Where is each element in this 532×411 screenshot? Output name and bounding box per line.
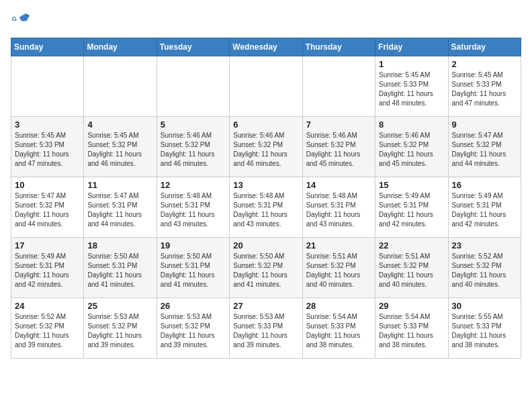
day-info: Sunrise: 5:47 AM Sunset: 5:32 PM Dayligh…: [15, 191, 80, 229]
svg-text:G: G: [11, 15, 17, 22]
day-info: Sunrise: 5:48 AM Sunset: 5:31 PM Dayligh…: [233, 191, 298, 229]
calendar-table: SundayMondayTuesdayWednesdayThursdayFrid…: [11, 38, 521, 359]
calendar-cell: 2Sunrise: 5:45 AM Sunset: 5:33 PM Daylig…: [448, 56, 521, 117]
day-number: 22: [379, 240, 444, 250]
calendar-cell: 1Sunrise: 5:45 AM Sunset: 5:33 PM Daylig…: [375, 56, 448, 117]
day-info: Sunrise: 5:45 AM Sunset: 5:33 PM Dayligh…: [452, 71, 517, 108]
calendar-cell: [230, 56, 302, 117]
calendar-cell: [84, 56, 157, 117]
day-number: 10: [15, 180, 80, 190]
calendar-cell: 3Sunrise: 5:45 AM Sunset: 5:33 PM Daylig…: [11, 117, 84, 177]
calendar-cell: 21Sunrise: 5:51 AM Sunset: 5:32 PM Dayli…: [302, 238, 375, 298]
day-number: 16: [452, 180, 517, 190]
day-info: Sunrise: 5:52 AM Sunset: 5:32 PM Dayligh…: [15, 312, 80, 350]
calendar-cell: 13Sunrise: 5:48 AM Sunset: 5:31 PM Dayli…: [230, 177, 302, 238]
day-info: Sunrise: 5:50 AM Sunset: 5:31 PM Dayligh…: [87, 252, 152, 289]
calendar-cell: 27Sunrise: 5:53 AM Sunset: 5:33 PM Dayli…: [230, 298, 302, 359]
calendar-cell: 20Sunrise: 5:50 AM Sunset: 5:32 PM Dayli…: [230, 238, 302, 298]
day-info: Sunrise: 5:48 AM Sunset: 5:31 PM Dayligh…: [161, 191, 226, 229]
day-number: 27: [233, 301, 298, 311]
day-number: 14: [306, 180, 371, 190]
calendar-cell: 16Sunrise: 5:49 AM Sunset: 5:31 PM Dayli…: [448, 177, 521, 238]
calendar-cell: 7Sunrise: 5:46 AM Sunset: 5:32 PM Daylig…: [302, 117, 375, 177]
weekday-header-monday: Monday: [84, 38, 157, 56]
day-number: 1: [379, 59, 444, 69]
calendar-cell: 25Sunrise: 5:53 AM Sunset: 5:32 PM Dayli…: [84, 298, 157, 359]
calendar-cell: 4Sunrise: 5:45 AM Sunset: 5:32 PM Daylig…: [84, 117, 157, 177]
calendar-cell: 15Sunrise: 5:49 AM Sunset: 5:31 PM Dayli…: [375, 177, 448, 238]
day-number: 9: [452, 120, 517, 130]
calendar-cell: 10Sunrise: 5:47 AM Sunset: 5:32 PM Dayli…: [11, 177, 84, 238]
calendar-cell: [157, 56, 229, 117]
day-info: Sunrise: 5:47 AM Sunset: 5:31 PM Dayligh…: [87, 191, 152, 229]
calendar-cell: 5Sunrise: 5:46 AM Sunset: 5:32 PM Daylig…: [157, 117, 229, 177]
day-info: Sunrise: 5:51 AM Sunset: 5:32 PM Dayligh…: [379, 252, 444, 289]
day-info: Sunrise: 5:49 AM Sunset: 5:31 PM Dayligh…: [452, 191, 517, 229]
day-number: 11: [87, 180, 152, 190]
calendar-cell: 18Sunrise: 5:50 AM Sunset: 5:31 PM Dayli…: [84, 238, 157, 298]
day-info: Sunrise: 5:50 AM Sunset: 5:32 PM Dayligh…: [233, 252, 298, 289]
calendar-cell: 22Sunrise: 5:51 AM Sunset: 5:32 PM Dayli…: [375, 238, 448, 298]
weekday-header-saturday: Saturday: [448, 38, 521, 56]
day-number: 2: [452, 59, 517, 69]
day-number: 23: [452, 240, 517, 250]
day-info: Sunrise: 5:45 AM Sunset: 5:33 PM Dayligh…: [15, 131, 80, 169]
calendar-cell: 19Sunrise: 5:50 AM Sunset: 5:31 PM Dayli…: [157, 238, 229, 298]
day-info: Sunrise: 5:47 AM Sunset: 5:32 PM Dayligh…: [452, 131, 517, 169]
calendar-cell: 14Sunrise: 5:48 AM Sunset: 5:31 PM Dayli…: [302, 177, 375, 238]
day-number: 28: [306, 301, 371, 311]
calendar-cell: [302, 56, 375, 117]
day-info: Sunrise: 5:53 AM Sunset: 5:32 PM Dayligh…: [161, 312, 226, 350]
day-number: 25: [87, 301, 152, 311]
day-info: Sunrise: 5:46 AM Sunset: 5:32 PM Dayligh…: [161, 131, 226, 169]
day-number: 24: [15, 301, 80, 311]
calendar-cell: 12Sunrise: 5:48 AM Sunset: 5:31 PM Dayli…: [157, 177, 229, 238]
day-info: Sunrise: 5:53 AM Sunset: 5:32 PM Dayligh…: [87, 312, 152, 350]
day-info: Sunrise: 5:54 AM Sunset: 5:33 PM Dayligh…: [379, 312, 444, 350]
day-info: Sunrise: 5:50 AM Sunset: 5:31 PM Dayligh…: [161, 252, 226, 289]
calendar-cell: 30Sunrise: 5:55 AM Sunset: 5:33 PM Dayli…: [448, 298, 521, 359]
weekday-header-sunday: Sunday: [11, 38, 84, 56]
day-number: 6: [233, 120, 298, 130]
day-info: Sunrise: 5:55 AM Sunset: 5:33 PM Dayligh…: [452, 312, 517, 350]
day-info: Sunrise: 5:52 AM Sunset: 5:32 PM Dayligh…: [452, 252, 517, 289]
day-number: 18: [87, 240, 152, 250]
day-info: Sunrise: 5:45 AM Sunset: 5:33 PM Dayligh…: [379, 71, 444, 108]
calendar-cell: 9Sunrise: 5:47 AM Sunset: 5:32 PM Daylig…: [448, 117, 521, 177]
day-info: Sunrise: 5:49 AM Sunset: 5:31 PM Dayligh…: [15, 252, 80, 289]
day-number: 5: [161, 120, 226, 130]
day-number: 21: [306, 240, 371, 250]
day-number: 3: [15, 120, 80, 130]
day-number: 4: [87, 120, 152, 130]
day-number: 17: [15, 240, 80, 250]
day-number: 8: [379, 120, 444, 130]
day-info: Sunrise: 5:49 AM Sunset: 5:31 PM Dayligh…: [379, 191, 444, 229]
day-info: Sunrise: 5:46 AM Sunset: 5:32 PM Dayligh…: [306, 131, 371, 169]
day-info: Sunrise: 5:45 AM Sunset: 5:32 PM Dayligh…: [87, 131, 152, 169]
day-number: 29: [379, 301, 444, 311]
calendar-cell: 23Sunrise: 5:52 AM Sunset: 5:32 PM Dayli…: [448, 238, 521, 298]
day-number: 13: [233, 180, 298, 190]
weekday-header-wednesday: Wednesday: [230, 38, 302, 56]
day-info: Sunrise: 5:53 AM Sunset: 5:33 PM Dayligh…: [233, 312, 298, 350]
day-info: Sunrise: 5:48 AM Sunset: 5:31 PM Dayligh…: [306, 191, 371, 229]
day-number: 7: [306, 120, 371, 130]
day-info: Sunrise: 5:46 AM Sunset: 5:32 PM Dayligh…: [379, 131, 444, 169]
calendar-cell: 24Sunrise: 5:52 AM Sunset: 5:32 PM Dayli…: [11, 298, 84, 359]
calendar-cell: 17Sunrise: 5:49 AM Sunset: 5:31 PM Dayli…: [11, 238, 84, 298]
weekday-header-tuesday: Tuesday: [157, 38, 229, 56]
day-number: 15: [379, 180, 444, 190]
calendar-cell: 6Sunrise: 5:46 AM Sunset: 5:32 PM Daylig…: [230, 117, 302, 177]
calendar-cell: 26Sunrise: 5:53 AM Sunset: 5:32 PM Dayli…: [157, 298, 229, 359]
logo: G: [11, 11, 31, 30]
day-number: 19: [161, 240, 226, 250]
page-header: G: [11, 11, 521, 30]
day-info: Sunrise: 5:54 AM Sunset: 5:33 PM Dayligh…: [306, 312, 371, 350]
calendar-cell: 11Sunrise: 5:47 AM Sunset: 5:31 PM Dayli…: [84, 177, 157, 238]
weekday-header-thursday: Thursday: [302, 38, 375, 56]
calendar-cell: 29Sunrise: 5:54 AM Sunset: 5:33 PM Dayli…: [375, 298, 448, 359]
calendar-cell: 8Sunrise: 5:46 AM Sunset: 5:32 PM Daylig…: [375, 117, 448, 177]
day-number: 26: [161, 301, 226, 311]
day-info: Sunrise: 5:46 AM Sunset: 5:32 PM Dayligh…: [233, 131, 298, 169]
logo-icon: G: [11, 11, 30, 30]
